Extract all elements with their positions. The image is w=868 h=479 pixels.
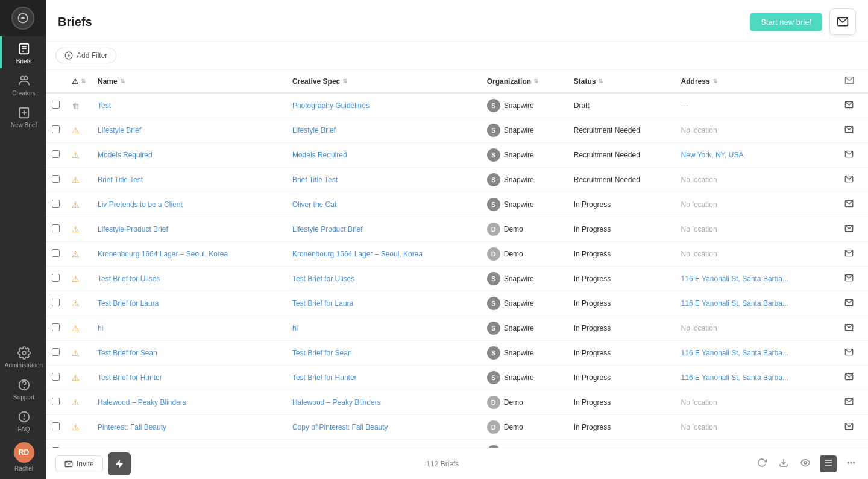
messages-button-top[interactable]	[829, 8, 856, 35]
creative-spec-link[interactable]: Test Brief for Ulises	[292, 274, 354, 283]
row-checkbox[interactable]	[52, 274, 60, 282]
sidebar-item-creators[interactable]: Creators	[0, 68, 46, 100]
row-mail-cell	[838, 267, 868, 291]
row-mail-icon[interactable]	[844, 422, 854, 433]
row-checkbox[interactable]	[52, 323, 60, 331]
row-mail-icon[interactable]	[844, 373, 854, 383]
th-status[interactable]: Status ⇅	[568, 70, 675, 93]
row-name-cell: Lifestyle Product Brief	[92, 217, 286, 242]
sidebar-item-faq[interactable]: FAQ	[0, 404, 46, 436]
row-checkbox[interactable]	[52, 125, 60, 133]
flash-button[interactable]	[108, 452, 131, 475]
download-button[interactable]	[776, 455, 791, 472]
add-filter-button[interactable]: Add Filter	[55, 48, 116, 63]
row-mail-icon[interactable]	[844, 299, 854, 309]
row-mail-icon[interactable]	[844, 274, 854, 284]
brief-name-link[interactable]: Models Required	[98, 151, 153, 159]
brief-name-link[interactable]: Lifestyle Product Brief	[98, 225, 168, 233]
sidebar-item-support[interactable]: Support	[0, 372, 46, 404]
creative-spec-link[interactable]: Kronenbourg 1664 Lager – Seoul, Korea	[292, 250, 423, 258]
row-mail-icon[interactable]	[844, 101, 854, 111]
brief-name-link[interactable]: Lifestyle Brief	[98, 126, 141, 135]
creative-spec-link[interactable]: Models Required	[292, 151, 347, 159]
creative-spec-link[interactable]: Brief Title Test	[292, 176, 338, 184]
creative-spec-link[interactable]: Halewood – Peaky Blinders	[292, 398, 381, 407]
page-title: Briefs	[58, 15, 92, 29]
sidebar-item-briefs[interactable]: Briefs	[0, 36, 46, 68]
creative-spec-link[interactable]: Test Brief for Hunter	[292, 373, 357, 382]
row-mail-cell	[838, 390, 868, 415]
warning-icon: ⚠	[72, 373, 80, 382]
row-creative-spec-cell: Brief Title Test	[286, 168, 481, 192]
brief-name-link[interactable]: Pinterest: Fall Beauty	[98, 423, 166, 431]
refresh-button[interactable]	[755, 455, 769, 472]
row-mail-icon[interactable]	[844, 224, 854, 235]
sidebar-item-administration[interactable]: Administration	[0, 340, 46, 372]
brief-name-link[interactable]: Test Brief for Ulises	[98, 274, 160, 283]
brief-name-link[interactable]: Test Brief for Hunter	[98, 373, 162, 382]
row-mail-icon[interactable]	[844, 125, 854, 136]
invite-button[interactable]: Invite	[55, 455, 103, 472]
sidebar-item-new-brief[interactable]: New Brief	[0, 100, 46, 132]
start-new-brief-button[interactable]: Start new brief	[750, 13, 822, 31]
user-profile[interactable]: RD Rachel	[0, 436, 46, 479]
brief-name-link[interactable]: hi	[98, 324, 103, 332]
th-creative-spec[interactable]: Creative Spec ⇅	[286, 70, 481, 93]
creative-spec-link[interactable]: Test Brief for Laura	[292, 299, 353, 308]
row-mail-icon[interactable]	[844, 249, 854, 259]
th-name[interactable]: Name ⇅	[92, 70, 286, 93]
creative-spec-link[interactable]: Oliver the Cat	[292, 200, 336, 209]
brief-name-link[interactable]: Brief Title Test	[98, 176, 143, 184]
row-org-cell: S Snapwire	[481, 316, 568, 341]
row-checkbox[interactable]	[52, 398, 60, 405]
row-checkbox[interactable]	[52, 101, 60, 109]
row-checkbox[interactable]	[52, 422, 60, 430]
org-badge: S	[487, 148, 500, 162]
row-mail-icon[interactable]	[844, 200, 854, 210]
brief-name-link[interactable]: Test Brief for Laura	[98, 299, 159, 308]
list-view-button[interactable]	[820, 455, 837, 472]
row-checkbox[interactable]	[52, 299, 60, 306]
more-options-button[interactable]	[844, 455, 858, 472]
row-checkbox[interactable]	[52, 175, 60, 183]
address-link[interactable]: 116 E Yanonali St, Santa Barba...	[681, 274, 788, 283]
th-address-label: Address	[681, 77, 710, 86]
brief-name-link[interactable]: Kronenbourg 1664 Lager – Seoul, Korea	[98, 250, 228, 258]
th-address[interactable]: Address ⇅	[675, 70, 838, 93]
creative-spec-link[interactable]: Test Brief for Sean	[292, 349, 352, 357]
row-mail-icon[interactable]	[844, 150, 854, 160]
th-organization[interactable]: Organization ⇅	[481, 70, 568, 93]
app-logo[interactable]	[11, 7, 34, 30]
address-link[interactable]: New York, NY, USA	[681, 151, 744, 159]
row-checkbox-cell	[46, 390, 66, 415]
creative-spec-link[interactable]: hi	[292, 324, 298, 332]
delete-icon[interactable]: 🗑	[72, 101, 80, 110]
row-checkbox[interactable]	[52, 200, 60, 208]
row-mail-icon[interactable]	[844, 398, 854, 408]
creative-spec-link[interactable]: Photography Guidelines	[292, 101, 370, 110]
brief-name-link[interactable]: Test Brief for Sean	[98, 349, 157, 357]
address-link[interactable]: 116 E Yanonali St, Santa Barba...	[681, 373, 788, 382]
view-button[interactable]	[798, 455, 813, 472]
creative-spec-link[interactable]: Copy of Pinterest: Fall Beauty	[292, 423, 388, 431]
brief-name-link[interactable]: Halewood – Peaky Blinders	[98, 398, 186, 407]
row-checkbox[interactable]	[52, 348, 60, 356]
creative-spec-link[interactable]: Lifestyle Brief	[292, 126, 336, 135]
table-row: ⚠ TED Likes RED TED Likes RED S Snapwire…	[46, 440, 868, 448]
row-checkbox[interactable]	[52, 249, 60, 257]
address-link[interactable]: 116 E Yanonali St, Santa Barba...	[681, 349, 788, 357]
brief-name-link[interactable]: Test	[98, 101, 111, 110]
th-warn[interactable]: ⚠ ⇅	[66, 70, 92, 93]
creative-spec-link[interactable]: Lifestyle Product Brief	[292, 225, 363, 233]
row-creative-spec-cell: Oliver the Cat	[286, 192, 481, 217]
row-checkbox[interactable]	[52, 224, 60, 232]
org-badge: D	[487, 420, 500, 434]
brief-name-link[interactable]: Liv Pretends to be a Client	[98, 200, 183, 209]
svg-marker-38	[116, 460, 123, 468]
row-mail-icon[interactable]	[844, 348, 854, 358]
row-checkbox[interactable]	[52, 150, 60, 158]
row-mail-icon[interactable]	[844, 323, 854, 334]
address-link[interactable]: 116 E Yanonali St, Santa Barba...	[681, 299, 788, 308]
row-mail-icon[interactable]	[844, 175, 854, 185]
row-checkbox[interactable]	[52, 373, 60, 381]
